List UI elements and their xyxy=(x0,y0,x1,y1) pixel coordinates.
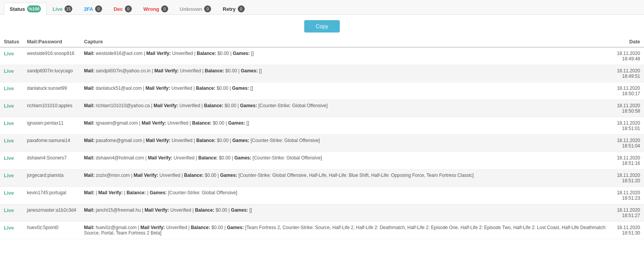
table-row: Liverichlam101010:applesMail: richlam101… xyxy=(0,100,644,117)
cell-mail-password: ignasen:pentax11 xyxy=(23,117,80,135)
cell-status: Live xyxy=(0,82,23,100)
status-value: Live xyxy=(4,207,14,213)
status-value: Live xyxy=(4,225,14,231)
cell-status: Live xyxy=(0,152,23,169)
cell-status: Live xyxy=(0,100,23,117)
cell-capture: Mail: ignasen@gmail.com | Mail Verify: U… xyxy=(80,117,613,135)
status-value: Live xyxy=(4,173,14,178)
cell-mail-password: westside916:snoop916 xyxy=(23,47,80,65)
table-body: Livewestside916:snoop916Mail: westside91… xyxy=(0,47,644,239)
cell-capture: Mail: huev0z@gmail.com | Mail Verify: Un… xyxy=(80,222,613,239)
cell-date: 18.11.2020 18:51:01 xyxy=(613,117,644,135)
header-capture: Capture xyxy=(80,36,613,47)
header-date: Date xyxy=(613,36,644,47)
tab-badge-dec: 0 xyxy=(125,5,132,12)
table-row: Livejorgecard:pianistaMail: zozix@msn.co… xyxy=(0,169,644,187)
table-row: Livesandpit007in:lucycagoMail: sandpit00… xyxy=(0,65,644,82)
tab-label-retry: Retry xyxy=(223,6,235,12)
status-value: Live xyxy=(4,103,14,109)
tab-dec[interactable]: Dec0 xyxy=(108,3,138,15)
cell-capture: Mail: danlatuck51@aol.com | Mail Verify:… xyxy=(80,82,613,100)
tab-badge-retry: 0 xyxy=(238,5,245,12)
data-table: Status Mail:Password Capture Date Livewe… xyxy=(0,36,644,239)
cell-status: Live xyxy=(0,169,23,187)
cell-capture: Mail: janchi15@freemail.hu | Mail Verify… xyxy=(80,204,613,222)
tab-wrong[interactable]: Wrong0 xyxy=(138,3,174,15)
cell-status: Live xyxy=(0,204,23,222)
cell-date: 18.11.2020 18:51:04 xyxy=(613,135,644,152)
table-row: Livedanlatuck:sunset99Mail: danlatuck51@… xyxy=(0,82,644,100)
tab-badge-2fa: 0 xyxy=(95,5,102,12)
tab-unknown[interactable]: Unknown0 xyxy=(174,3,217,15)
cell-mail-password: kevin1745:portugal xyxy=(23,187,80,204)
tab-badge-wrong: 0 xyxy=(161,5,168,12)
cell-capture: Mail: richlam101010@yahoo.ca | Mail Veri… xyxy=(80,100,613,117)
copy-button[interactable]: Copy xyxy=(304,20,340,33)
tab-status[interactable]: Status%100 xyxy=(4,3,47,15)
cell-status: Live xyxy=(0,65,23,82)
tab-label-2fa: 2FA xyxy=(84,6,93,12)
tab-label-wrong: Wrong xyxy=(143,6,159,12)
cell-date: 18.11.2020 18:51:23 xyxy=(613,187,644,204)
table-row: Livedshawn4:Sooners7Mail: dshawn4@hotmai… xyxy=(0,152,644,169)
status-value: Live xyxy=(4,68,14,74)
table-header: Status Mail:Password Capture Date xyxy=(0,36,644,47)
cell-status: Live xyxy=(0,222,23,239)
tab-label-dec: Dec xyxy=(114,6,123,12)
tab-badge-live: 15 xyxy=(65,5,72,12)
cell-mail-password: huev0z:5point0 xyxy=(23,222,80,239)
tab-label-live: Live xyxy=(53,6,63,12)
cell-mail-password: sandpit007in:lucycago xyxy=(23,65,80,82)
status-value: Live xyxy=(4,138,14,144)
status-value: Live xyxy=(4,51,14,56)
cell-mail-password: dshawn4:Sooners7 xyxy=(23,152,80,169)
cell-status: Live xyxy=(0,187,23,204)
status-value: Live xyxy=(4,86,14,91)
cell-capture: Mail: zozix@msn.com | Mail Verify: Unver… xyxy=(80,169,613,187)
cell-date: 18.11.2020 18:50:58 xyxy=(613,100,644,117)
cell-status: Live xyxy=(0,135,23,152)
cell-capture: Mail: dshawn4@hotmail.com | Mail Verify:… xyxy=(80,152,613,169)
table-row: Livepaxafome:samurai14Mail: paxafome@gma… xyxy=(0,135,644,152)
status-value: Live xyxy=(4,155,14,161)
cell-date: 18.11.2020 18:49:51 xyxy=(613,65,644,82)
tab-badge-status: %100 xyxy=(27,5,41,12)
cell-mail-password: paxafome:samurai14 xyxy=(23,135,80,152)
cell-date: 18.11.2020 18:51:16 xyxy=(613,152,644,169)
tab-bar: Status%100Live152FA0Dec0Wrong0Unknown0Re… xyxy=(0,0,644,15)
cell-mail-password: richlam101010:apples xyxy=(23,100,80,117)
tab-live[interactable]: Live15 xyxy=(47,3,78,15)
cell-date: 18.11.2020 18:51:20 xyxy=(613,169,644,187)
cell-capture: Mail: sandpit007in@yahoo.co.in | Mail Ve… xyxy=(80,65,613,82)
tab-badge-unknown: 0 xyxy=(204,5,211,12)
table-row: Livehuev0z:5point0Mail: huev0z@gmail.com… xyxy=(0,222,644,239)
cell-mail-password: jorgecard:pianista xyxy=(23,169,80,187)
tab-label-unknown: Unknown xyxy=(180,6,203,12)
cell-capture: Mail: | Mail Verify: | Balance: | Games:… xyxy=(80,187,613,204)
tab-label-status: Status xyxy=(10,6,25,12)
copy-bar: Copy xyxy=(0,15,644,36)
status-value: Live xyxy=(4,120,14,126)
cell-capture: Mail: paxafome@gmail.com | Mail Verify: … xyxy=(80,135,613,152)
cell-date: 18.11.2020 18:51:30 xyxy=(613,222,644,239)
table-row: Livejaneszmaster:a1b2c3d4Mail: janchi15@… xyxy=(0,204,644,222)
cell-date: 18.11.2020 18:51:27 xyxy=(613,204,644,222)
cell-capture: Mail: westside916@aol.com | Mail Verify:… xyxy=(80,47,613,65)
cell-mail-password: janeszmaster:a1b2c3d4 xyxy=(23,204,80,222)
header-status: Status xyxy=(0,36,23,47)
table-row: Liveignasen:pentax11Mail: ignasen@gmail.… xyxy=(0,117,644,135)
header-mail-password: Mail:Password xyxy=(23,36,80,47)
status-value: Live xyxy=(4,190,14,196)
cell-mail-password: danlatuck:sunset99 xyxy=(23,82,80,100)
tab-retry[interactable]: Retry0 xyxy=(217,3,250,15)
cell-status: Live xyxy=(0,47,23,65)
table-row: Livewestside916:snoop916Mail: westside91… xyxy=(0,47,644,65)
table-row: Livekevin1745:portugalMail: | Mail Verif… xyxy=(0,187,644,204)
cell-date: 18.11.2020 18:49:48 xyxy=(613,47,644,65)
tab-2fa[interactable]: 2FA0 xyxy=(78,3,108,15)
cell-status: Live xyxy=(0,117,23,135)
cell-date: 18.11.2020 18:50:17 xyxy=(613,82,644,100)
